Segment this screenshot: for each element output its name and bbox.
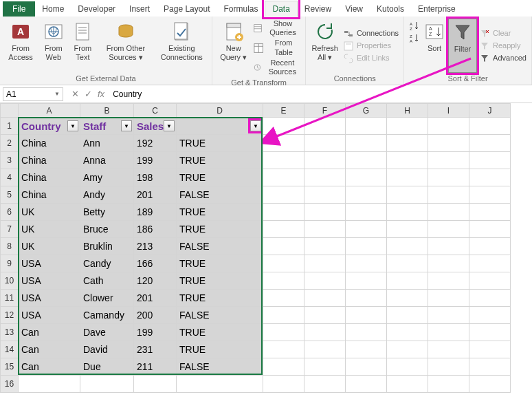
cell[interactable] — [469, 238, 511, 255]
cell[interactable] — [263, 186, 304, 204]
cell[interactable] — [304, 358, 346, 376]
cell[interactable] — [304, 376, 346, 393]
cancel-formula-icon[interactable]: ✕ — [71, 89, 79, 99]
cell[interactable]: China — [19, 152, 80, 169]
show-queries-button[interactable]: Show Queries — [252, 19, 302, 38]
cell[interactable] — [177, 376, 263, 393]
cell[interactable] — [304, 204, 346, 221]
cell[interactable]: Clower — [80, 290, 134, 307]
cell[interactable]: Cath — [80, 272, 134, 290]
cell[interactable] — [387, 152, 428, 169]
cell[interactable]: USA — [19, 255, 80, 272]
cell[interactable]: TRUE — [177, 152, 263, 169]
cell[interactable]: Ann — [80, 135, 134, 152]
cell[interactable] — [346, 204, 387, 221]
tab-view[interactable]: View — [338, 1, 370, 17]
cell[interactable]: UK — [19, 221, 80, 238]
cell[interactable] — [387, 358, 428, 376]
cell[interactable] — [428, 341, 469, 358]
sort-az-button[interactable]: AZ ZA — [407, 19, 421, 73]
cell[interactable] — [387, 238, 428, 255]
cell[interactable]: Due — [80, 358, 134, 376]
cell[interactable] — [387, 376, 428, 393]
cell[interactable] — [469, 118, 511, 135]
cell[interactable] — [346, 376, 387, 393]
cell[interactable] — [428, 290, 469, 307]
sort-button[interactable]: AZ Sort — [421, 19, 448, 73]
cell[interactable] — [263, 135, 304, 152]
cell[interactable]: 189 — [134, 204, 177, 221]
cell[interactable]: 231 — [134, 341, 177, 358]
row-header[interactable]: 14 — [1, 341, 19, 358]
cell[interactable] — [469, 376, 511, 393]
col-header-j[interactable]: J — [469, 104, 511, 118]
tab-home[interactable]: Home — [35, 1, 71, 17]
col-header-c[interactable]: C — [134, 104, 177, 118]
cell[interactable]: Staff▼ — [80, 118, 134, 135]
cell[interactable] — [387, 341, 428, 358]
cell[interactable] — [387, 186, 428, 204]
cell[interactable]: Camandy — [80, 307, 134, 324]
cell[interactable] — [469, 255, 511, 272]
formula-input[interactable] — [113, 89, 319, 99]
cell[interactable]: TRUE — [177, 204, 263, 221]
cell[interactable] — [304, 169, 346, 186]
cell[interactable]: 198 — [134, 169, 177, 186]
cell[interactable] — [80, 376, 134, 393]
row-header[interactable]: 9 — [1, 255, 19, 272]
cell[interactable] — [387, 204, 428, 221]
cell[interactable] — [346, 358, 387, 376]
tab-insert[interactable]: Insert — [122, 1, 157, 17]
cell[interactable] — [469, 290, 511, 307]
col-header-a[interactable]: A — [19, 104, 80, 118]
cell[interactable] — [346, 341, 387, 358]
edit-links-button[interactable]: Edit Links — [341, 52, 401, 65]
cell[interactable]: 200 — [134, 307, 177, 324]
cell[interactable] — [387, 307, 428, 324]
cell[interactable] — [428, 135, 469, 152]
existing-connections-button[interactable]: Existing Connections — [155, 19, 209, 73]
row-header[interactable]: 16 — [1, 376, 19, 393]
cell[interactable]: TRUE — [177, 221, 263, 238]
cell[interactable] — [263, 118, 304, 135]
cell[interactable]: FALSE — [177, 186, 263, 204]
cell[interactable] — [263, 341, 304, 358]
new-query-button[interactable]: New Query ▾ — [215, 19, 252, 77]
cell[interactable] — [387, 255, 428, 272]
cell[interactable] — [304, 135, 346, 152]
cell[interactable] — [469, 341, 511, 358]
cell[interactable] — [346, 221, 387, 238]
properties-button[interactable]: Properties — [341, 40, 401, 52]
reapply-button[interactable]: Reapply — [477, 40, 529, 52]
cell[interactable]: TRUE — [177, 341, 263, 358]
row-header[interactable]: 11 — [1, 290, 19, 307]
from-text-button[interactable]: From Text — [69, 19, 98, 73]
cell[interactable] — [263, 324, 304, 341]
row-header[interactable]: 3 — [1, 152, 19, 169]
select-all-corner[interactable] — [1, 104, 19, 118]
cell[interactable]: 213 — [134, 238, 177, 255]
col-header-h[interactable]: H — [387, 104, 428, 118]
tab-developer[interactable]: Developer — [71, 1, 122, 17]
filter-dropdown-icon[interactable]: ▼ — [121, 120, 132, 131]
cell[interactable]: TRUE — [177, 272, 263, 290]
cell[interactable] — [346, 186, 387, 204]
filter-dropdown-icon[interactable]: ▼ — [67, 120, 78, 131]
cell[interactable]: 120 — [134, 272, 177, 290]
spreadsheet-grid[interactable]: ABCDEFGHIJ1Country▼Staff▼Sales▼▼2ChinaAn… — [0, 103, 511, 393]
cell[interactable]: ▼ — [177, 118, 263, 135]
cell[interactable]: Betty — [80, 204, 134, 221]
cell[interactable]: TRUE — [177, 324, 263, 341]
row-header[interactable]: 10 — [1, 272, 19, 290]
cell[interactable]: 166 — [134, 255, 177, 272]
cell[interactable] — [263, 152, 304, 169]
cell[interactable] — [346, 272, 387, 290]
fx-icon[interactable]: fx — [98, 89, 104, 99]
name-box[interactable]: A1 ▼ — [3, 87, 63, 101]
cell[interactable] — [428, 152, 469, 169]
from-table-button[interactable]: From Table — [252, 38, 302, 57]
col-header-f[interactable]: F — [304, 104, 346, 118]
cell[interactable]: 201 — [134, 290, 177, 307]
cell[interactable] — [263, 221, 304, 238]
cell[interactable] — [428, 307, 469, 324]
